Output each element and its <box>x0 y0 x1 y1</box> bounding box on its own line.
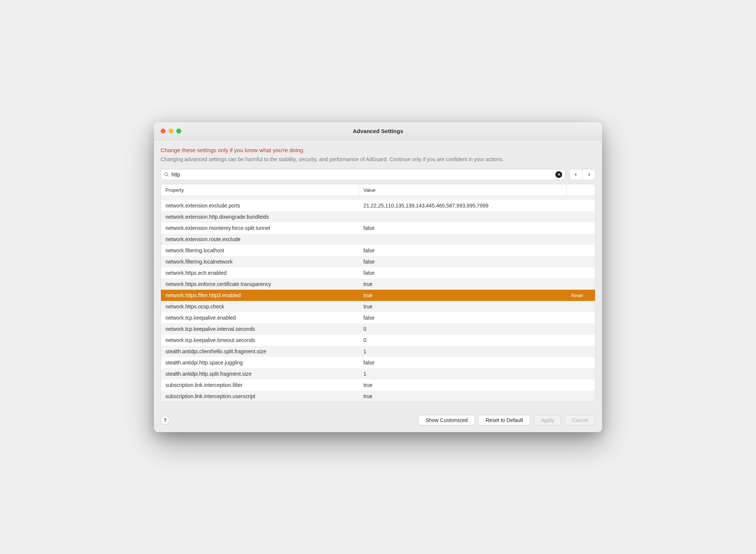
table-row[interactable]: subscription.link.interception.filtertru… <box>161 379 595 391</box>
close-icon[interactable] <box>161 129 165 133</box>
value-cell: false <box>359 313 567 323</box>
reset-cell <box>567 282 595 286</box>
search-input[interactable] <box>171 170 555 179</box>
value-cell: 1 <box>359 347 567 356</box>
value-cell: true <box>359 290 567 300</box>
property-cell: network.https.ech.enabled <box>161 268 359 278</box>
property-cell: network.extension.route.exclude <box>161 234 359 244</box>
table-row[interactable]: network.tcp.keepalive.enabledfalse <box>161 312 595 323</box>
reset-cell <box>567 249 595 252</box>
property-cell: stealth.antidpi.http.split.fragment.size <box>161 369 359 379</box>
table-row[interactable]: stealth.antidpi.http.space.jugglingfalse <box>161 357 595 368</box>
warning-subtitle: Changing advanced settings can be harmfu… <box>161 156 595 162</box>
table-row[interactable]: network.filtering.localnetworkfalse <box>161 256 595 267</box>
reset-cell <box>567 361 595 364</box>
reset-cell <box>567 226 595 230</box>
value-cell: 0 <box>359 324 567 334</box>
window-title: Advanced Settings <box>154 128 602 134</box>
table-row[interactable]: network.https.enforce.certificate.transp… <box>161 278 595 290</box>
svg-line-1 <box>167 175 169 176</box>
table-row[interactable]: network.extension.route.exclude <box>161 234 595 245</box>
reset-cell <box>567 394 595 398</box>
reset-cell <box>567 383 595 387</box>
column-header-property[interactable]: Property <box>161 184 359 196</box>
property-cell: network.tcp.keepalive.interval.seconds <box>161 324 359 334</box>
column-header-value[interactable]: Value <box>359 184 567 196</box>
reset-cell <box>567 327 595 331</box>
property-cell: network.extension.http.downgrade.bundlei… <box>161 212 359 222</box>
nav-buttons <box>569 169 595 180</box>
property-cell: network.tcp.keepalive.enabled <box>161 313 359 323</box>
property-cell: network.https.ocsp.check <box>161 302 359 311</box>
table-row[interactable]: stealth.antidpi.http.split.fragment.size… <box>161 368 595 379</box>
reset-cell <box>567 338 595 342</box>
property-cell: network.extension.exclude.ports <box>161 201 359 210</box>
property-cell: network.extension.monterey.force.split.t… <box>161 223 359 233</box>
reset-cell <box>567 372 595 376</box>
table-body[interactable]: network.extension.exclude.ports21,22,25,… <box>161 196 595 402</box>
value-cell: true <box>359 302 567 311</box>
value-cell: 0 <box>359 335 567 345</box>
property-cell: subscription.link.interception.userscrip… <box>161 391 359 401</box>
value-cell: false <box>359 257 567 267</box>
warning-title: Change these settings only if you know w… <box>161 147 595 153</box>
value-cell: true <box>359 391 567 401</box>
maximize-icon[interactable] <box>176 129 181 133</box>
svg-point-0 <box>165 172 168 175</box>
table-row[interactable]: stealth.antidpi.clienthello.split.fragme… <box>161 346 595 357</box>
table-row[interactable]: network.https.ech.enabledfalse <box>161 267 595 278</box>
value-cell <box>359 215 567 219</box>
reset-cell <box>567 305 595 308</box>
property-cell: subscription.link.interception.filter <box>161 380 359 390</box>
value-cell: true <box>359 279 567 289</box>
value-cell: true <box>359 380 567 390</box>
reset-to-default-button[interactable]: Reset to Default <box>478 415 530 425</box>
nav-prev-button[interactable] <box>570 169 582 180</box>
property-cell: stealth.antidpi.clienthello.split.fragme… <box>161 347 359 356</box>
value-cell: false <box>359 246 567 255</box>
reset-cell <box>567 260 595 264</box>
settings-table: Property Value network.extension.exclude… <box>161 184 595 402</box>
show-customized-button[interactable]: Show Customized <box>418 415 475 425</box>
reset-cell <box>567 204 595 207</box>
reset-cell <box>567 215 595 219</box>
table-row[interactable]: network.extension.monterey.force.split.t… <box>161 222 595 234</box>
content-area: Change these settings only if you know w… <box>154 140 602 409</box>
cancel-button[interactable]: Cancel <box>565 415 595 425</box>
table-row[interactable]: network.filtering.localhostfalse <box>161 245 595 256</box>
footer: ? Show Customized Reset to Default Apply… <box>154 409 602 432</box>
reset-cell[interactable]: Reset <box>567 290 595 300</box>
search-icon <box>164 172 169 177</box>
column-header-action <box>567 184 595 196</box>
table-row[interactable]: network.extension.http.downgrade.bundlei… <box>161 211 595 222</box>
value-cell: 1 <box>359 369 567 379</box>
value-cell <box>359 237 567 241</box>
table-row[interactable] <box>161 196 595 200</box>
value-cell: false <box>359 223 567 233</box>
table-row[interactable]: network.tcp.keepalive.timeout.seconds0 <box>161 335 595 346</box>
titlebar: Advanced Settings <box>154 122 602 140</box>
table-row[interactable]: network.extension.exclude.ports21,22,25,… <box>161 200 595 211</box>
reset-cell <box>567 237 595 241</box>
minimize-icon[interactable] <box>168 129 173 133</box>
reset-cell <box>567 271 595 275</box>
property-cell: network.filtering.localhost <box>161 246 359 255</box>
property-cell: stealth.antidpi.http.space.juggling <box>161 358 359 367</box>
nav-next-button[interactable] <box>582 169 595 180</box>
search-box[interactable] <box>161 169 566 180</box>
property-cell: network.https.filter.http3.enabled <box>161 290 359 300</box>
search-row <box>161 169 595 180</box>
apply-button[interactable]: Apply <box>534 415 561 425</box>
table-row[interactable]: network.https.filter.http3.enabledtrueRe… <box>161 290 595 301</box>
property-cell: network.https.enforce.certificate.transp… <box>161 279 359 289</box>
table-row[interactable]: subscription.link.interception.userscrip… <box>161 391 595 402</box>
property-cell: network.tcp.keepalive.timeout.seconds <box>161 335 359 345</box>
clear-search-icon[interactable] <box>555 171 562 178</box>
table-row[interactable]: network.tcp.keepalive.interval.seconds0 <box>161 323 595 335</box>
value-cell: 21,22,25,110,135,139,143,445,465,587,993… <box>359 201 567 210</box>
table-row[interactable]: network.https.ocsp.checktrue <box>161 301 595 312</box>
value-cell: false <box>359 268 567 278</box>
reset-row-button[interactable]: Reset <box>571 293 583 298</box>
help-button[interactable]: ? <box>161 416 170 425</box>
reset-cell <box>567 350 595 353</box>
